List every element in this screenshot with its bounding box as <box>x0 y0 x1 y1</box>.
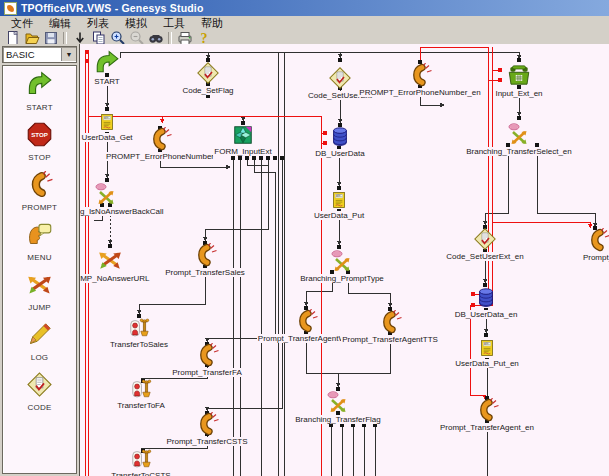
main-area: BASIC ▼ STARTSTOPSTOPPROMPTMENUJUMPLOGCO… <box>0 44 609 476</box>
flow-node-pr-agentwav[interactable] <box>294 309 318 337</box>
toolbar-separator <box>168 32 172 45</box>
flow-node-start[interactable] <box>94 50 120 80</box>
port-square <box>206 94 210 98</box>
flow-node-db-userdata-en[interactable] <box>475 287 497 313</box>
flow-node-pr-transfercsts[interactable] <box>195 412 219 440</box>
branch-icon <box>94 182 118 206</box>
jump-icon <box>97 247 123 273</box>
menu-item-0[interactable]: 文件 <box>3 16 41 31</box>
port-square <box>498 78 502 82</box>
phone-icon <box>586 228 609 252</box>
flow-node-userdata-put-en[interactable]: ABC <box>477 338 497 362</box>
code-icon <box>473 227 497 251</box>
port-square <box>362 423 366 427</box>
port-square <box>105 107 109 111</box>
menu-item-2[interactable]: 列表 <box>79 16 117 31</box>
chevron-down-icon[interactable]: ▼ <box>61 48 76 61</box>
port-square <box>338 58 342 62</box>
app-icon <box>4 2 17 15</box>
db-icon <box>475 287 497 309</box>
palette-item-stop[interactable]: STOPSTOP <box>3 121 76 162</box>
flow-node-br-isnoanswer[interactable] <box>94 182 118 210</box>
stop-icon: STOP <box>26 121 53 148</box>
flow-node-userdata-get[interactable]: ABC <box>97 112 117 136</box>
palette-category-select[interactable]: BASIC ▼ <box>2 46 77 63</box>
svg-text:ABC: ABC <box>104 116 110 120</box>
flow-node-code-setuserext[interactable] <box>328 66 352 94</box>
port-square <box>85 50 89 54</box>
flow-edge <box>492 222 590 228</box>
palette-item-start[interactable]: START <box>3 71 76 112</box>
palette-item-prompt[interactable]: PROMPT <box>3 171 76 212</box>
flow-edge <box>348 274 390 307</box>
flow-node-br-transferselect-en[interactable] <box>507 122 531 150</box>
port-square <box>517 116 521 120</box>
window-title: TPOfficeIVR.VWS - Genesys Studio <box>21 2 204 14</box>
flow-node-code-setflag[interactable] <box>196 61 220 89</box>
app-window: TPOfficeIVR.VWS - Genesys Studio 文件编辑列表模… <box>0 0 609 476</box>
phone-icon <box>378 310 402 334</box>
flow-edge <box>475 47 492 305</box>
flow-node-userdata-put[interactable]: ABC <box>329 190 349 214</box>
palette-item-label: START <box>3 103 76 112</box>
flow-node-transfertosales[interactable] <box>128 317 150 343</box>
toolbar-separator <box>63 32 67 45</box>
flow-node-br-transferflag[interactable] <box>326 390 350 418</box>
flow-node-pr-transfersales[interactable] <box>193 243 217 271</box>
flow-node-jump-noanswerurl[interactable] <box>97 247 123 277</box>
flow-edge <box>247 158 268 165</box>
menu-item-5[interactable]: 帮助 <box>193 16 231 31</box>
title-bar[interactable]: TPOfficeIVR.VWS - Genesys Studio <box>0 0 609 16</box>
port-square <box>252 156 256 160</box>
flow-node-transfertocsts[interactable] <box>130 448 152 474</box>
palette-item-log[interactable]: LOG <box>3 321 76 362</box>
port-square <box>280 156 284 160</box>
palette-item-label: PROMPT <box>3 203 76 212</box>
flow-node-pr-transferagent-en[interactable] <box>475 398 499 426</box>
flow-node-prompt-right[interactable] <box>586 228 609 256</box>
port-square <box>498 68 502 72</box>
flow-edge <box>120 52 519 58</box>
menu-item-1[interactable]: 编辑 <box>41 16 79 31</box>
palette-panel: BASIC ▼ STARTSTOPSTOPPROMPTMENUJUMPLOGCO… <box>0 44 80 476</box>
port-square <box>329 423 333 427</box>
port-square <box>323 131 327 135</box>
phone-icon <box>26 171 53 198</box>
flow-node-prompt-errorphone[interactable] <box>148 127 172 155</box>
palette-item-jump[interactable]: JUMP <box>3 271 76 312</box>
transfer-icon <box>130 378 152 400</box>
flow-node-prompt-errorphone-en[interactable] <box>408 63 432 91</box>
transfer-icon <box>130 448 152 470</box>
flow-node-pr-agenttts[interactable] <box>378 310 402 338</box>
flow-node-form-inputext[interactable] <box>232 124 254 150</box>
flow-node-input-ext-en[interactable] <box>506 62 532 92</box>
palette-item-code[interactable]: CODE <box>3 371 76 412</box>
phone-icon <box>195 412 219 436</box>
flow-node-br-prompttype[interactable] <box>330 249 354 277</box>
phone-icon <box>408 63 432 87</box>
flow-edge <box>339 335 390 373</box>
port-square <box>259 156 263 160</box>
flow-node-transfertofa[interactable] <box>130 378 152 404</box>
port-square <box>323 141 327 145</box>
flow-node-db-userdata[interactable] <box>329 126 351 152</box>
flow-edge <box>306 335 338 387</box>
flow-canvas[interactable]: STARTCode_SetFlagABCUserData_GetPROMPT_E… <box>80 44 609 476</box>
form-icon <box>232 124 254 146</box>
port-square <box>85 59 89 63</box>
menu-item-4[interactable]: 工具 <box>155 16 193 31</box>
branch-icon <box>507 122 531 146</box>
code-icon <box>26 371 53 398</box>
flow-node-code-setuserext-en[interactable] <box>473 227 497 255</box>
doc-icon: ABC <box>329 190 349 210</box>
svg-text:ABC: ABC <box>336 194 342 198</box>
palette-item-label: CODE <box>3 403 76 412</box>
palette-item-menu[interactable]: MENU <box>3 221 76 262</box>
flow-edge <box>207 160 282 411</box>
flow-node-pr-transferfa[interactable] <box>195 343 219 371</box>
menu-icon <box>26 221 53 248</box>
port-square <box>340 423 344 427</box>
svg-text:STOP: STOP <box>31 131 48 138</box>
flow-edge <box>420 89 444 105</box>
menu-item-3[interactable]: 模拟 <box>117 16 155 31</box>
